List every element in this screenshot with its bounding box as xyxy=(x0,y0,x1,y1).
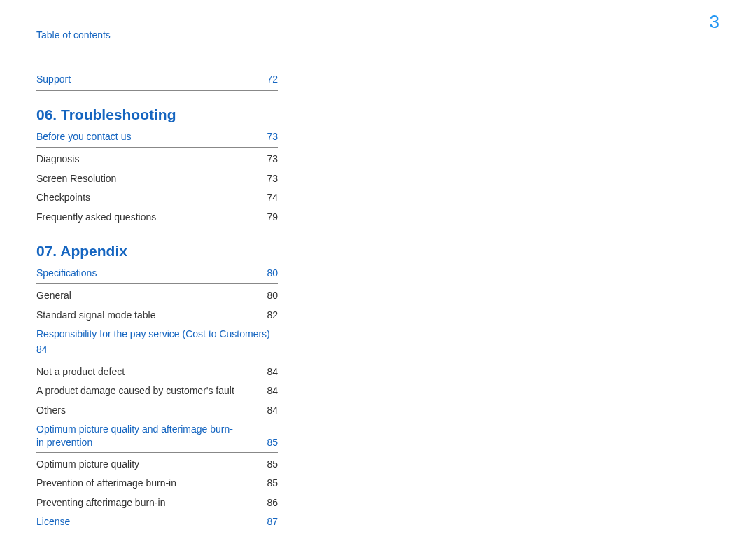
toc-entry[interactable]: A product damage caused by customer's fa… xyxy=(36,381,278,401)
toc-link-support[interactable]: Support 72 xyxy=(36,71,278,88)
toc-entry-page: 84 xyxy=(36,342,278,358)
toc-entry-page: 84 xyxy=(267,384,278,398)
toc-entry-page: 74 xyxy=(267,191,278,205)
toc-entry[interactable]: Not a product defect 84 xyxy=(36,363,278,382)
toc-entry-label: License xyxy=(36,515,70,529)
toc-entry[interactable]: Standard signal mode table 82 xyxy=(36,306,278,325)
toc-entry-page: 72 xyxy=(267,73,278,87)
toc-entry-label: A product damage caused by customer's fa… xyxy=(36,384,234,398)
toc-entry[interactable]: General 80 xyxy=(36,286,278,306)
toc-entry[interactable]: Preventing afterimage burn-in 86 xyxy=(36,493,278,513)
chapter-title-06: 06. Troubleshooting xyxy=(36,106,278,123)
toc-section-specifications: Specifications 80 xyxy=(36,265,278,285)
toc-entry-label: Responsibility for the pay service (Cost… xyxy=(36,328,270,339)
toc-entry-page: 80 xyxy=(267,289,278,303)
toc-entry[interactable]: Others 84 xyxy=(36,401,278,421)
toc-link-specifications[interactable]: Specifications 80 xyxy=(36,265,278,282)
toc-entry-label: General xyxy=(36,289,71,303)
toc-entry-label: Prevention of afterimage burn-in xyxy=(36,477,176,491)
toc-section-support: Support 72 xyxy=(36,71,278,91)
toc-entry-page: 85 xyxy=(267,436,278,450)
toc-entry-page: 85 xyxy=(267,458,278,472)
toc-entry-label: Optimum picture quality and afterimage b… xyxy=(36,423,267,450)
toc-entry-label: Specifications xyxy=(36,267,97,281)
toc-entry-page: 85 xyxy=(267,477,278,491)
toc-entry-label: Screen Resolution xyxy=(36,172,116,186)
toc-entry-page: 73 xyxy=(267,130,278,144)
toc-entry[interactable]: Prevention of afterimage burn-in 85 xyxy=(36,474,278,493)
toc-content: Support 72 06. Troubleshooting Before yo… xyxy=(36,71,278,534)
toc-link-before-contact[interactable]: Before you contact us 73 xyxy=(36,129,278,146)
toc-entry-page: 87 xyxy=(267,515,278,529)
toc-entry-page: 80 xyxy=(267,267,278,281)
toc-entry-page: 73 xyxy=(267,153,278,167)
toc-link-optimum[interactable]: Optimum picture quality and afterimage b… xyxy=(36,421,278,453)
toc-link-license[interactable]: License 87 xyxy=(36,512,278,532)
page-header: Table of contents 3 xyxy=(36,29,720,41)
toc-entry-page: 84 xyxy=(267,404,278,418)
toc-entry[interactable]: Diagnosis 73 xyxy=(36,150,278,169)
toc-entry-label: Frequently asked questions xyxy=(36,211,156,225)
toc-entry-label: Not a product defect xyxy=(36,365,125,379)
toc-entry-label: Others xyxy=(36,404,66,418)
toc-entry-label: Preventing afterimage burn-in xyxy=(36,496,165,510)
toc-entry-label: Before you contact us xyxy=(36,130,131,144)
toc-link-responsibility[interactable]: Responsibility for the pay service (Cost… xyxy=(36,325,278,360)
toc-entry[interactable]: Frequently asked questions 79 xyxy=(36,208,278,227)
toc-entry-page: 86 xyxy=(267,496,278,510)
toc-entry-label: Support xyxy=(36,73,71,87)
toc-entry[interactable]: Checkpoints 74 xyxy=(36,188,278,208)
toc-entry-page: 73 xyxy=(267,172,278,186)
toc-entry-page: 84 xyxy=(267,365,278,379)
toc-entry-label: Checkpoints xyxy=(36,191,90,205)
toc-label[interactable]: Table of contents xyxy=(36,29,111,41)
toc-entry-page: 82 xyxy=(267,309,278,323)
toc-entry[interactable]: Screen Resolution 73 xyxy=(36,169,278,189)
toc-entry-label: Optimum picture quality xyxy=(36,458,139,472)
toc-entry-page: 79 xyxy=(267,211,278,225)
chapter-title-07: 07. Appendix xyxy=(36,243,278,260)
toc-section-before-contact: Before you contact us 73 xyxy=(36,129,278,148)
page-number: 3 xyxy=(710,11,720,33)
toc-entry-label: Standard signal mode table xyxy=(36,309,155,323)
toc-entry-label: Diagnosis xyxy=(36,153,79,167)
toc-entry[interactable]: Optimum picture quality 85 xyxy=(36,455,278,475)
